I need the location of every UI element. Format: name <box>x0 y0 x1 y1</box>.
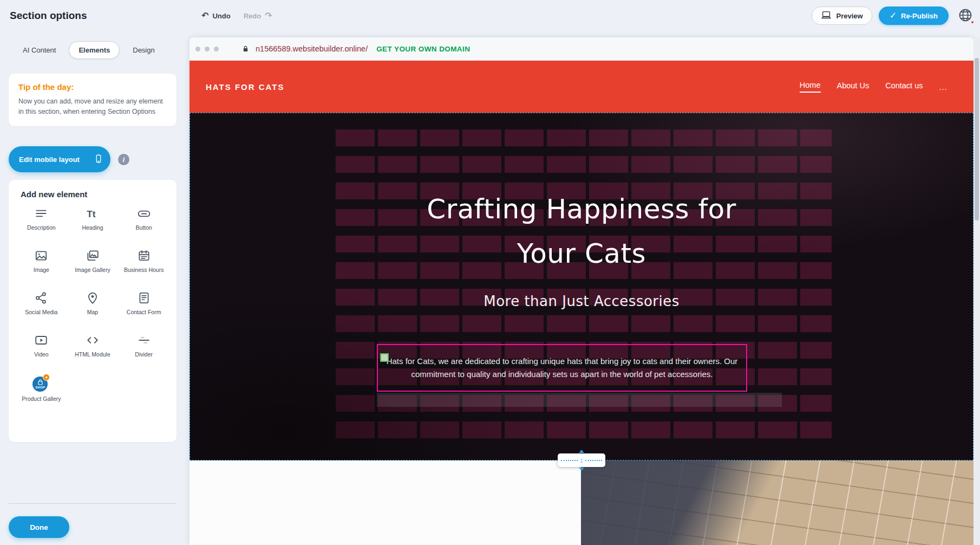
done-button[interactable]: Done <box>9 516 69 538</box>
element-contact-form[interactable]: Contact Form <box>119 291 169 325</box>
undo-button[interactable]: ↶ Undo <box>201 11 231 20</box>
topbar: Section options ↶ Undo Redo ↷ Preview ✓ … <box>0 0 980 31</box>
lock-icon <box>241 44 250 53</box>
undo-label: Undo <box>212 12 230 20</box>
shop-badge-text: SHOP <box>35 386 45 389</box>
image-icon <box>34 249 48 263</box>
code-icon <box>86 333 100 347</box>
redo-label: Redo <box>244 12 262 20</box>
next-section <box>190 460 974 545</box>
site-nav: Home About Us Contact us ... <box>800 81 948 93</box>
sidebar-tabs: AI Content Elements Design <box>17 41 160 59</box>
element-map[interactable]: Map <box>68 291 118 325</box>
add-element-panel: Add new element Description Tt Heading B… <box>9 180 177 442</box>
topbar-actions: Preview ✓ Re-Publish <box>812 0 976 31</box>
tab-elements[interactable]: Elements <box>69 41 120 59</box>
nav-home[interactable]: Home <box>800 81 821 93</box>
video-icon <box>34 333 48 347</box>
republish-label: Re-Publish <box>901 12 938 20</box>
element-video[interactable]: Video <box>16 333 67 367</box>
edit-mobile-label: Edit mobile layout <box>19 155 80 164</box>
element-grid: Description Tt Heading Button <box>16 206 169 409</box>
dotted-line <box>561 460 578 461</box>
element-product-gallery[interactable]: SHOP + Product Gallery <box>16 375 67 409</box>
browser-chrome: n1566589.websitebuilder.online/ GET YOUR… <box>190 37 974 61</box>
preview-button[interactable]: Preview <box>812 7 872 25</box>
edit-mobile-layout-button[interactable]: Edit mobile layout <box>9 146 110 172</box>
element-business-hours[interactable]: Business Hours <box>119 249 169 282</box>
element-image[interactable]: Image <box>16 249 67 282</box>
map-pin-icon <box>86 291 100 305</box>
product-gallery-icon: SHOP + <box>32 375 50 392</box>
tip-body: Now you can add, move and resize any ele… <box>18 96 167 118</box>
hero-section[interactable]: Crafting Happiness for Your Cats More th… <box>190 113 974 460</box>
plus-badge-icon: + <box>43 374 50 381</box>
divider-icon <box>137 333 151 347</box>
element-drag-handle[interactable] <box>380 353 389 362</box>
hero-title-line2: Your Cats <box>190 231 973 276</box>
section-resize-handle[interactable]: ↕ <box>558 453 605 467</box>
nav-contact-us[interactable]: Contact us <box>885 81 923 92</box>
element-image-gallery[interactable]: Image Gallery <box>68 249 118 282</box>
description-icon <box>34 206 48 220</box>
element-social-media[interactable]: Social Media <box>16 291 67 325</box>
add-element-title: Add new element <box>16 190 169 199</box>
site-url[interactable]: n1566589.websitebuilder.online/ <box>256 44 368 53</box>
hero-subtitle[interactable]: More than Just Accessories <box>190 293 973 309</box>
image-gallery-icon <box>86 249 100 263</box>
pavement-photo[interactable] <box>581 460 974 545</box>
page-title: Section options <box>10 0 87 31</box>
get-domain-link[interactable]: GET YOUR OWN DOMAIN <box>376 45 470 53</box>
site-logo[interactable]: HATS FOR CATS <box>206 82 284 92</box>
share-icon <box>34 291 48 305</box>
dotted-line <box>585 460 602 461</box>
language-globe-button[interactable] <box>955 5 976 26</box>
svg-text:Tt: Tt <box>87 209 96 219</box>
element-button[interactable]: Button <box>119 206 169 240</box>
notification-dot <box>970 20 975 24</box>
undo-icon: ↶ <box>201 11 208 20</box>
form-icon <box>137 291 151 305</box>
site-header: HATS FOR CATS Home About Us Contact us .… <box>190 61 974 113</box>
selected-text-element[interactable]: Hats for Cats, we are dedicated to craft… <box>377 344 747 392</box>
tab-design[interactable]: Design <box>127 42 160 59</box>
undo-redo-group: ↶ Undo Redo ↷ <box>201 0 272 31</box>
page-scrollbar <box>974 37 980 545</box>
button-icon <box>137 206 151 220</box>
element-divider[interactable]: Divider <box>119 333 169 367</box>
tab-ai-content[interactable]: AI Content <box>17 42 61 59</box>
element-html-module[interactable]: HTML Module <box>68 333 118 367</box>
info-icon[interactable]: i <box>118 154 129 165</box>
next-section-background <box>190 460 581 545</box>
tip-of-the-day-card: Tip of the day: Now you can add, move an… <box>9 74 177 126</box>
sidebar-divider <box>9 503 177 504</box>
calendar-icon <box>137 249 151 263</box>
window-controls <box>195 47 219 51</box>
redo-icon: ↷ <box>265 11 272 20</box>
hero-title-line1: Crafting Happiness for <box>190 187 973 231</box>
scrollbar-thumb[interactable] <box>975 58 979 220</box>
resize-vertical-icon: ↕ <box>578 457 586 464</box>
tip-title: Tip of the day: <box>18 82 167 92</box>
hero-title[interactable]: Crafting Happiness for Your Cats <box>190 187 973 276</box>
element-description[interactable]: Description <box>16 206 67 240</box>
element-heading[interactable]: Tt Heading <box>68 206 118 240</box>
site-preview-window: n1566589.websitebuilder.online/ GET YOUR… <box>190 37 974 545</box>
redo-button[interactable]: Redo ↷ <box>244 11 272 20</box>
nav-about-us[interactable]: About Us <box>837 81 870 92</box>
phone-icon <box>94 153 103 166</box>
sidebar: AI Content Elements Design Tip of the da… <box>0 31 190 545</box>
check-icon: ✓ <box>890 11 897 20</box>
republish-button[interactable]: ✓ Re-Publish <box>879 7 949 25</box>
laptop-icon <box>821 11 832 21</box>
hero-body-text: Hats for Cats, we are dedicated to craft… <box>378 355 746 381</box>
preview-label: Preview <box>837 12 863 20</box>
heading-icon: Tt <box>86 206 100 220</box>
drag-ghost <box>377 393 782 407</box>
nav-more-menu[interactable]: ... <box>939 82 948 92</box>
